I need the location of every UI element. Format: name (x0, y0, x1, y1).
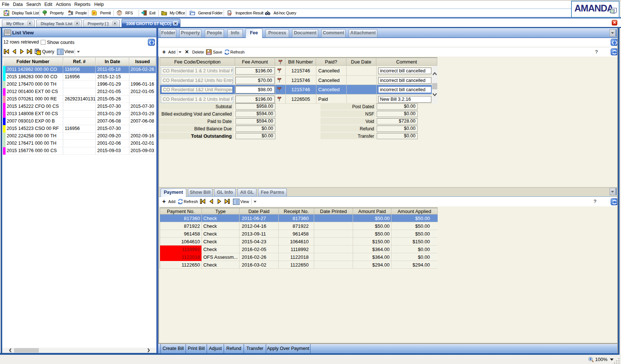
tab-close-icon[interactable]: ✕ (112, 21, 117, 25)
refresh-icon[interactable] (224, 49, 230, 56)
list-column-header[interactable]: Ref. # (63, 57, 96, 66)
payment-column-header[interactable]: Receipt No. (279, 207, 314, 214)
payment-refresh-button[interactable]: Refresh (184, 197, 198, 206)
fee-refresh-button[interactable]: Refresh (230, 47, 245, 57)
next-record-icon[interactable] (19, 49, 25, 54)
fee-sync-icon[interactable] (611, 48, 618, 55)
list-row[interactable]: 2015 145222 CFO 00 CS 2015-07-30 2015-07… (3, 103, 156, 110)
refresh-icon[interactable] (177, 199, 183, 206)
toolbar-people[interactable]: People (75, 9, 87, 17)
collapse-section-icon[interactable] (611, 39, 618, 46)
zoom-dropdown-icon[interactable] (610, 358, 614, 363)
payment-column-header[interactable]: Amount Paid (353, 207, 391, 214)
fee-column-header[interactable]: Fee Code/Description (160, 57, 235, 66)
payment-row[interactable]: 1064610 Check 2015-04-23 1064610 $150.00… (160, 238, 438, 245)
fee-delete-button[interactable]: Delete (192, 47, 204, 57)
folder-tab-people[interactable]: People (205, 29, 224, 37)
view-icon[interactable] (57, 49, 64, 56)
list-row[interactable]: 2015 145223 CSO 00 RF 116956 2015-07-30 (3, 125, 156, 133)
fee-amount-input[interactable]: $98.00 (235, 86, 275, 93)
fee-code-input[interactable]: CO Residential 1 & 2 Units Initial Fe (161, 67, 233, 75)
payment-view-button[interactable]: View (240, 197, 249, 206)
fee-column-header[interactable]: Due Date (346, 57, 376, 66)
main-tab-3[interactable]: 1008 GROTTO ST N[CO] ✕ (122, 19, 180, 27)
close-all-tabs-button[interactable]: ✕ (612, 20, 617, 25)
list-row[interactable]: 2002 176471 000 00 TH 2001-02-06 2001-02… (3, 140, 156, 147)
payment-row[interactable]: 817360 Check 2011-06-27 817360 $50.00 $5… (160, 214, 438, 222)
fee-column-flag[interactable] (275, 57, 285, 66)
query-button[interactable]: Query (42, 47, 54, 56)
menu-edit[interactable]: Edit (44, 1, 52, 8)
previous-record-icon[interactable] (11, 49, 17, 54)
menu-actions[interactable]: Actions (56, 1, 71, 8)
payment-help-button[interactable]: ? (594, 197, 596, 206)
payment-tab-show-bill[interactable]: Show Bill (188, 188, 213, 197)
list-row[interactable]: 2011 142862 000 00 CO 116956 2011-05-18 … (3, 66, 156, 73)
fee-column-header[interactable]: Bill Number (285, 57, 316, 66)
list-row[interactable]: 2002 224258 000 00 TH 2002-09-20 2002-09… (3, 133, 156, 140)
main-tab-2[interactable]: Property [ ] ✕ (83, 20, 120, 27)
toolbar-general-folder[interactable]: General Folder (198, 9, 223, 17)
toolbar-my-office[interactable]: My Office (170, 9, 185, 17)
toolbar-rfs[interactable]: RFS (125, 9, 133, 17)
tab-close-icon[interactable]: ✕ (27, 21, 32, 25)
fee-comment-input[interactable]: New Bill 3.2.16 (378, 96, 431, 103)
first-record-icon[interactable] (200, 199, 206, 204)
fee-comment-input[interactable]: incorrect bill cancelled (378, 68, 431, 74)
horizontal-scrollbar[interactable] (2, 348, 156, 353)
show-counts-checkbox[interactable] (41, 40, 45, 45)
payment-tab-payment[interactable]: Payment (160, 188, 186, 197)
fee-column-header[interactable]: Paid? (316, 57, 346, 66)
fee-row[interactable]: CO Residential 1 & 2 Units Initial Fe $1… (160, 66, 432, 76)
fee-save-button[interactable]: Save (213, 47, 222, 57)
fee-code-input[interactable]: CO Residential 1&2 Unit Reinspect (161, 86, 233, 93)
fee-row[interactable]: CO Residential 1 & 2 Units Initial Fe $1… (160, 95, 432, 104)
add-dropdown-icon[interactable] (179, 51, 181, 55)
fee-comment-input[interactable]: incorrect bill cancelled (378, 86, 431, 93)
fee-add-button[interactable]: Add (168, 47, 176, 57)
add-icon[interactable]: + (162, 198, 166, 205)
view-dropdown-icon[interactable] (77, 51, 80, 54)
toolbar-inspection-result[interactable]: Inspection Result (235, 9, 263, 17)
fee-column-header[interactable]: Comment (376, 57, 437, 66)
toolbar-permit[interactable]: Permit (100, 9, 111, 17)
print-bill-button[interactable]: Print Bill (186, 344, 207, 353)
create-bill-button[interactable]: Create Bill (160, 344, 186, 353)
view-dropdown-icon[interactable] (254, 201, 257, 204)
payment-column-header[interactable]: Date Paid (240, 207, 279, 214)
folder-tab-info[interactable]: Info (227, 29, 243, 37)
save-icon[interactable] (206, 49, 212, 56)
folder-tab-folder[interactable]: Folder (160, 29, 176, 37)
fee-flag-icon[interactable] (276, 87, 282, 92)
folder-tab-comment[interactable]: Comment (321, 29, 346, 37)
payment-tab-fee-parms[interactable]: Fee Parms (258, 188, 287, 197)
fee-flag-icon[interactable] (276, 96, 282, 102)
fee-code-input[interactable]: CO Residential 1 & 2 Units Initial Fe (161, 96, 233, 103)
fee-flag-icon[interactable] (276, 68, 282, 73)
folder-tab-attachment[interactable]: Attachment (349, 29, 377, 37)
fee-column-header[interactable]: Fee Amount (235, 57, 275, 66)
menu-search[interactable]: Search (26, 1, 41, 8)
toolbar-property[interactable]: Property (50, 9, 64, 17)
menu-help[interactable]: Help (94, 1, 104, 8)
folder-tab-process[interactable]: Process (265, 29, 289, 37)
fee-flag-icon[interactable] (276, 78, 282, 83)
main-tab-0[interactable]: My Office ✕ (2, 20, 35, 27)
toolbar-exit[interactable]: Exit (149, 9, 155, 17)
menu-reports[interactable]: Reports (74, 1, 91, 8)
tab-close-icon[interactable]: ✕ (75, 21, 79, 25)
delete-icon[interactable]: ✕ (185, 49, 189, 55)
payment-sync-icon[interactable] (611, 198, 618, 205)
fee-scrollbar-thumb[interactable] (432, 83, 437, 89)
folder-tab-document[interactable]: Document (292, 29, 318, 37)
apply-over-payment-button[interactable]: Apply Over Payment (266, 344, 310, 353)
list-row[interactable]: 2013 148008 EXT 00 CS 2013-01-29 2013-01… (3, 110, 156, 118)
view-icon[interactable] (233, 199, 240, 206)
previous-record-icon[interactable] (208, 199, 214, 204)
first-record-icon[interactable] (4, 49, 9, 54)
payment-tab-gl-info[interactable]: GL Info (214, 188, 236, 197)
fee-code-input[interactable]: CO Residential 1&2 Units No Entry (161, 77, 233, 84)
list-row[interactable]: 2015 186263 000 00 CO 116956 2015-12-15 (3, 73, 156, 81)
tab-close-icon[interactable]: ✕ (173, 21, 178, 25)
transfer-button[interactable]: Transfer (244, 344, 266, 353)
